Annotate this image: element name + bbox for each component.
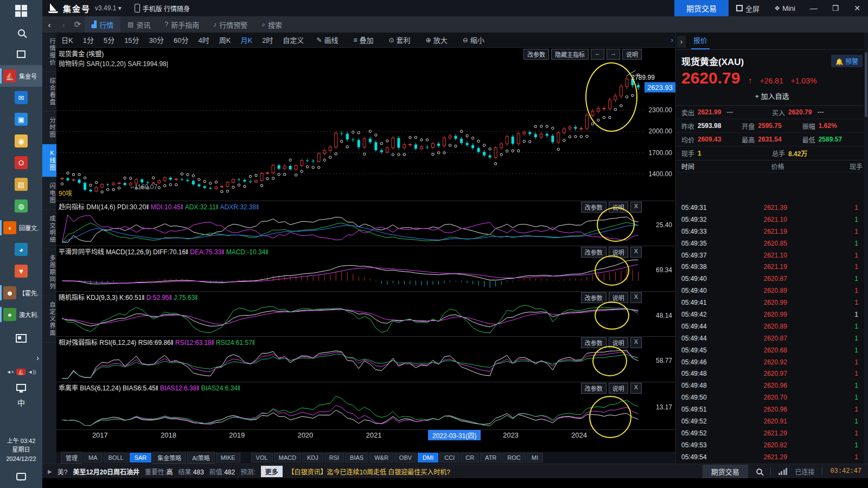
scrollbar-thumb[interactable] bbox=[865, 52, 867, 117]
tape-row[interactable]: 05:49:402620.891 bbox=[676, 285, 864, 297]
panel-bias-button-1[interactable]: 说明 bbox=[609, 383, 628, 394]
tape-row[interactable]: 05:49:452620.681 bbox=[676, 344, 864, 356]
left-tab-成交明细[interactable]: 成交明细 bbox=[42, 210, 56, 249]
panel-macd-canvas[interactable] bbox=[56, 256, 644, 291]
tape-row[interactable]: 05:49:322621.101 bbox=[676, 214, 864, 226]
nav-item-新手指南[interactable]: ?新手指南 bbox=[158, 16, 207, 33]
period-日K[interactable]: 日K bbox=[56, 35, 78, 45]
tape-row[interactable]: 05:49:352620.851 bbox=[676, 237, 864, 249]
main-chart-button-1[interactable]: 隐藏主指标 bbox=[551, 49, 589, 60]
panel-rsi-button-close[interactable]: X bbox=[630, 337, 642, 348]
main-plot[interactable]: 90埃 ⌐1160.07 2789.99 bbox=[56, 69, 644, 201]
period-15分[interactable]: 15分 bbox=[119, 35, 144, 45]
paint-app-item[interactable]: ◉ bbox=[0, 130, 42, 152]
panel-rsi-plot[interactable] bbox=[56, 347, 644, 382]
nav-item-行情[interactable]: ▟行情 bbox=[85, 16, 120, 33]
indicator-tab-KDJ[interactable]: KDJ bbox=[302, 453, 323, 463]
toolbar-more-arrow[interactable]: › bbox=[671, 36, 673, 44]
network-display-icon[interactable] bbox=[0, 380, 42, 395]
main-chart-button-3[interactable]: → bbox=[607, 49, 620, 60]
left-tab-自定义界面[interactable]: 自定义界面 bbox=[42, 296, 56, 343]
period-4时[interactable]: 4时 bbox=[194, 35, 214, 45]
left-tab-K线图[interactable]: K线图 bbox=[42, 144, 56, 177]
alert-button[interactable]: 🔔 预警 bbox=[831, 55, 863, 67]
indicator-tab-BOLL[interactable]: BOLL bbox=[104, 453, 129, 463]
tool-draw-line-button[interactable]: ✎画线 bbox=[309, 35, 346, 45]
left-tab-行情报价[interactable]: 行情报价 bbox=[42, 33, 56, 72]
tape-row[interactable]: 05:49:422620.991 bbox=[676, 309, 864, 320]
scrollbar[interactable] bbox=[864, 33, 868, 464]
panel-dmi-button-0[interactable]: 改参数 bbox=[581, 202, 607, 213]
tape-row[interactable]: 05:49:522620.911 bbox=[676, 415, 864, 427]
event-title[interactable]: 美至12月20日周石油井 bbox=[73, 467, 139, 476]
period-5分[interactable]: 5分 bbox=[99, 35, 119, 45]
mail-app-item[interactable]: ✉ bbox=[0, 87, 42, 108]
panel-macd-button-close[interactable]: X bbox=[630, 247, 642, 258]
panel-dmi-plot[interactable] bbox=[56, 211, 644, 246]
taskbar-clock[interactable]: 上午 03:42星期日2024/12/22 bbox=[0, 434, 42, 466]
indicator-tab-CCI[interactable]: CCI bbox=[439, 453, 459, 463]
tape-row[interactable]: 05:49:402620.871 bbox=[676, 273, 864, 285]
mini-mode-button[interactable]: ✥Mini bbox=[767, 4, 803, 12]
panel-kdj-canvas[interactable] bbox=[56, 302, 644, 336]
period-自定义[interactable]: 自定义 bbox=[278, 35, 309, 45]
left-tab-综合看盘[interactable]: 综合看盘 bbox=[42, 72, 56, 112]
panel-kdj-button-0[interactable]: 改参数 bbox=[581, 292, 607, 303]
tool-overlay-button[interactable]: ≡叠加 bbox=[346, 35, 381, 45]
main-chart-button-2[interactable]: ← bbox=[591, 49, 604, 60]
add-to-watchlist-button[interactable]: + 加入自选 bbox=[676, 87, 868, 106]
panel-kdj-button-close[interactable]: X bbox=[630, 292, 642, 303]
search-item[interactable] bbox=[0, 22, 42, 43]
panel-macd-button-0[interactable]: 改参数 bbox=[581, 247, 607, 258]
indicator-tab-W&R[interactable]: W&R bbox=[369, 453, 393, 463]
refresh-button[interactable]: ⟳ bbox=[71, 20, 85, 29]
nav-item-资讯[interactable]: ▤资讯 bbox=[120, 16, 157, 33]
tape-row[interactable]: 05:49:382621.191 bbox=[676, 261, 864, 273]
futures-trade-button[interactable]: 期货交易 bbox=[674, 0, 729, 16]
brave-browser-item[interactable]: ▼ bbox=[0, 260, 42, 282]
fullscreen-button[interactable]: 全屏 bbox=[729, 3, 767, 14]
file-explorer-item[interactable]: ▤ bbox=[0, 174, 42, 195]
minimize-button[interactable]: — bbox=[803, 4, 825, 12]
indicator-tab-DMI[interactable]: DMI bbox=[418, 453, 438, 463]
tape-row[interactable]: 05:49:522621.291 bbox=[676, 427, 864, 439]
period-月K[interactable]: 月K bbox=[235, 35, 257, 45]
period-2时[interactable]: 2时 bbox=[257, 35, 278, 45]
main-chart-button-4[interactable]: 说明 bbox=[622, 49, 642, 60]
jijinhao-app-item[interactable]: ⛵集金号 bbox=[0, 65, 42, 87]
left-tab-多周期同列[interactable]: 多周期同列 bbox=[42, 249, 56, 296]
panel-rsi-canvas[interactable] bbox=[56, 347, 644, 382]
search-icon[interactable] bbox=[756, 468, 762, 474]
tape-row[interactable]: 05:49:312621.391 bbox=[676, 202, 864, 214]
panel-rsi-button-0[interactable]: 改参数 bbox=[581, 337, 607, 348]
nav-item-行情预警[interactable]: ♪行情预警 bbox=[206, 16, 254, 33]
trade-button-bottom[interactable]: 期货交易 bbox=[703, 465, 748, 478]
indicator-tab-MIKE[interactable]: MIKE bbox=[216, 453, 240, 463]
ime-indicator[interactable]: 中 bbox=[0, 395, 42, 410]
indicator-tab-MA[interactable]: MA bbox=[84, 453, 103, 463]
panel-dmi-canvas[interactable] bbox=[56, 211, 644, 246]
indicator-tab-ATR[interactable]: ATR bbox=[480, 453, 501, 463]
forward-button[interactable]: › bbox=[56, 20, 71, 29]
indicator-tab-RSI[interactable]: RSI bbox=[324, 453, 344, 463]
tape-row[interactable]: 05:49:372621.101 bbox=[676, 249, 864, 261]
left-tab-闪电图[interactable]: 闪电图 bbox=[42, 177, 56, 210]
tab-quote[interactable]: 报价 bbox=[691, 35, 710, 49]
panel-macd-button-1[interactable]: 说明 bbox=[609, 247, 628, 258]
tape-row[interactable]: 05:49:532620.821 bbox=[676, 439, 864, 451]
tape-row[interactable]: 05:49:482620.971 bbox=[676, 368, 864, 380]
back-button[interactable]: ‹ bbox=[42, 20, 56, 29]
restore-button[interactable]: ❐ bbox=[825, 4, 846, 12]
panel-rsi-button-1[interactable]: 说明 bbox=[609, 337, 628, 348]
panel-kdj-button-1[interactable]: 说明 bbox=[609, 292, 628, 303]
nav-item-搜索[interactable]: ⌕搜索 bbox=[254, 16, 289, 33]
indicator-tab-CR[interactable]: CR bbox=[461, 453, 479, 463]
panel-collapse-button[interactable]: › bbox=[677, 36, 686, 48]
edge-browser-item[interactable]: ◕ bbox=[0, 239, 42, 260]
close-button[interactable]: ✕ bbox=[846, 4, 868, 12]
panel-dmi-button-1[interactable]: 说明 bbox=[609, 202, 628, 213]
indicator-tab-AI策略[interactable]: AI策略 bbox=[187, 452, 214, 464]
indicator-tab-BIAS[interactable]: BIAS bbox=[345, 453, 368, 463]
phone-label[interactable]: 手机版 行情随身 bbox=[143, 4, 190, 13]
panel-bias-canvas[interactable] bbox=[56, 393, 644, 429]
